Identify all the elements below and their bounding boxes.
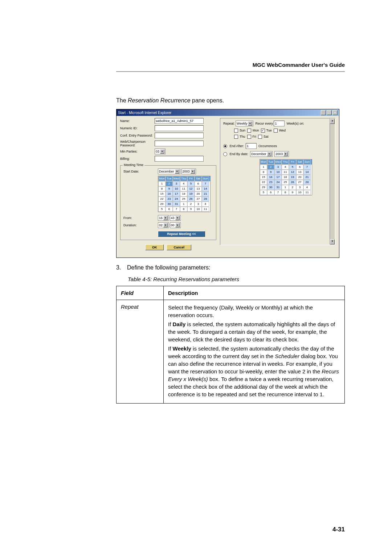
cal-cell[interactable]: 1 — [260, 165, 267, 170]
cal-cell[interactable]: 19 — [289, 175, 296, 180]
cal-cell[interactable]: 2 — [166, 181, 173, 186]
end-month-select[interactable]: December▾ — [250, 151, 273, 157]
cal-cell[interactable]: 2 — [187, 202, 195, 207]
month-select[interactable]: December▾ — [158, 169, 180, 174]
from-hour-select[interactable]: 16▾ — [158, 215, 169, 221]
cal-cell[interactable]: 1 — [282, 185, 289, 190]
cal-cell[interactable]: 17 — [274, 175, 282, 180]
cal-cell[interactable]: 1 — [180, 202, 187, 207]
cal-cell[interactable]: 29 — [260, 185, 267, 190]
cal-cell[interactable]: 7 — [274, 190, 282, 195]
cal-cell[interactable]: 23 — [166, 197, 173, 202]
cal-cell[interactable]: 10 — [296, 190, 303, 195]
end-by-date-radio[interactable] — [223, 152, 227, 156]
cal-cell[interactable]: 27 — [296, 180, 303, 185]
cal-cell[interactable]: 10 — [195, 207, 202, 212]
cal-cell[interactable]: 6 — [166, 207, 173, 212]
cal-cell[interactable]: 4 — [303, 185, 311, 190]
minimize-icon[interactable]: _ — [321, 110, 326, 115]
cal-cell[interactable]: 16 — [267, 175, 274, 180]
min-parties-select[interactable]: 03▾ — [155, 149, 166, 154]
sat-checkbox[interactable] — [258, 135, 262, 139]
chair-pw-field[interactable] — [155, 141, 204, 146]
sun-checkbox[interactable] — [234, 129, 238, 133]
scrollbar[interactable]: ▴ ▾ — [330, 119, 335, 244]
repeat-meeting-button[interactable]: Repeat Meeting << — [158, 231, 205, 237]
conf-pw-field[interactable] — [155, 133, 204, 138]
fri-checkbox[interactable] — [247, 135, 251, 139]
cal-cell[interactable]: 13 — [296, 170, 303, 175]
name-field[interactable] — [155, 118, 204, 124]
cal-cell[interactable]: 31 — [274, 185, 282, 190]
cal-cell[interactable]: 4 — [202, 202, 209, 207]
year-select[interactable]: 2003▾ — [181, 169, 196, 174]
cal-cell[interactable]: 5 — [187, 181, 195, 186]
end-year-select[interactable]: 2003▾ — [274, 151, 289, 157]
end-calendar[interactable]: MonTueWedThuFriSatSun 1234567 8910111213… — [260, 159, 312, 195]
cal-cell[interactable]: 4 — [282, 165, 289, 170]
cal-cell[interactable]: 16 — [166, 191, 173, 197]
wed-checkbox[interactable] — [274, 129, 278, 133]
repeat-select[interactable]: Weekly▾ — [236, 121, 253, 126]
from-min-select[interactable]: 43▾ — [170, 215, 181, 221]
cal-cell[interactable]: 14 — [202, 186, 209, 191]
end-after-field[interactable] — [246, 143, 257, 149]
cal-cell[interactable]: 3 — [173, 181, 180, 186]
cal-cell[interactable]: 30 — [267, 185, 274, 190]
cal-cell[interactable]: 19 — [187, 191, 195, 197]
cal-cell[interactable]: 26 — [187, 197, 195, 202]
mon-checkbox[interactable] — [247, 129, 251, 133]
cal-cell[interactable]: 5 — [158, 207, 166, 212]
cal-cell[interactable]: 21 — [202, 191, 209, 197]
end-after-radio[interactable] — [223, 144, 227, 148]
cal-cell[interactable]: 23 — [267, 180, 274, 185]
ok-button[interactable]: OK — [145, 244, 164, 250]
cal-cell[interactable]: 9 — [267, 170, 274, 175]
dur-min-select[interactable]: 00▾ — [170, 222, 181, 228]
cal-cell[interactable]: 6 — [195, 181, 202, 186]
cal-cell[interactable]: 11 — [202, 207, 209, 212]
cal-cell[interactable]: 26 — [289, 180, 296, 185]
start-calendar[interactable]: MonTueWedThuFriSatSun 1234567 8910111213… — [158, 176, 211, 212]
cal-cell[interactable]: 12 — [289, 170, 296, 175]
cal-cell[interactable]: 29 — [158, 202, 166, 207]
cal-cell[interactable]: 21 — [303, 175, 311, 180]
cal-cell[interactable]: 24 — [173, 197, 180, 202]
recur-every-field[interactable] — [274, 121, 285, 126]
cal-cell[interactable]: 10 — [274, 170, 282, 175]
cal-cell[interactable]: 2 — [267, 165, 274, 170]
cal-cell[interactable]: 9 — [166, 186, 173, 191]
cal-cell[interactable]: 7 — [173, 207, 180, 212]
cal-cell[interactable]: 22 — [158, 197, 166, 202]
cal-cell[interactable]: 11 — [282, 170, 289, 175]
cal-cell[interactable]: 15 — [260, 175, 267, 180]
cal-cell[interactable]: 5 — [260, 190, 267, 195]
cal-cell[interactable]: 4 — [180, 181, 187, 186]
cal-cell[interactable]: 3 — [274, 165, 282, 170]
cal-cell[interactable]: 18 — [282, 175, 289, 180]
cal-cell[interactable]: 24 — [274, 180, 282, 185]
cal-cell[interactable]: 3 — [296, 185, 303, 190]
cal-cell[interactable]: 3 — [195, 202, 202, 207]
cal-cell[interactable]: 22 — [260, 180, 267, 185]
cal-cell[interactable]: 30 — [166, 202, 173, 207]
cal-cell[interactable]: 18 — [180, 191, 187, 197]
cal-cell[interactable]: 6 — [296, 165, 303, 170]
tue-checkbox[interactable] — [261, 129, 265, 133]
cal-cell[interactable]: 20 — [296, 175, 303, 180]
scroll-down-icon[interactable]: ▾ — [330, 239, 335, 244]
cal-cell[interactable]: 12 — [187, 186, 195, 191]
dur-hour-select[interactable]: 02▾ — [158, 222, 169, 228]
cal-cell[interactable]: 11 — [303, 190, 311, 195]
cal-cell[interactable]: 17 — [173, 191, 180, 197]
thu-checkbox[interactable] — [234, 135, 238, 139]
cal-cell[interactable]: 13 — [195, 186, 202, 191]
cal-cell[interactable]: 8 — [282, 190, 289, 195]
scroll-up-icon[interactable]: ▴ — [330, 119, 335, 124]
billing-field[interactable] — [155, 156, 204, 162]
cal-cell[interactable]: 7 — [202, 181, 209, 186]
cal-cell[interactable]: 14 — [303, 170, 311, 175]
cal-cell[interactable]: 25 — [180, 197, 187, 202]
cal-cell[interactable]: 15 — [158, 191, 166, 197]
cal-cell[interactable]: 8 — [260, 170, 267, 175]
